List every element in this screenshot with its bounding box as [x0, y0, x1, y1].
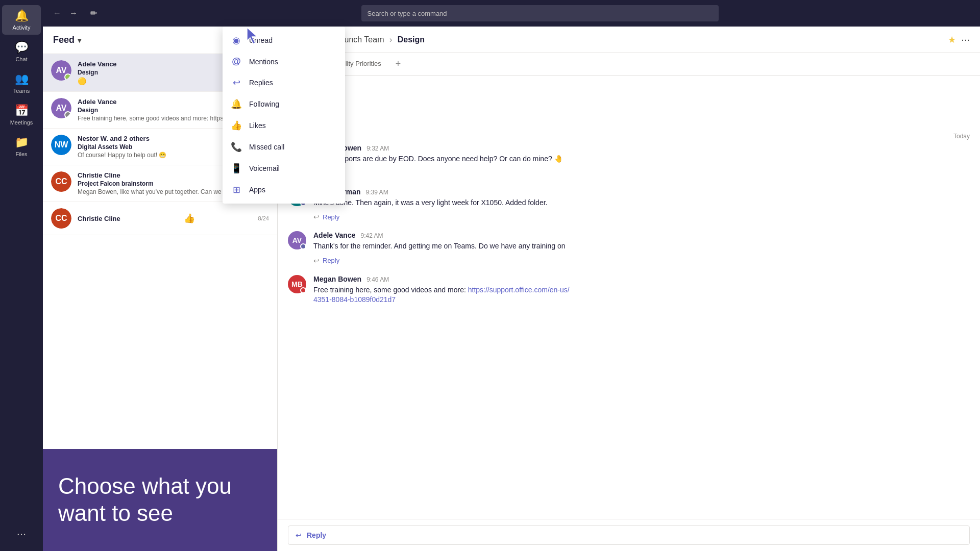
sidebar-item-meetings[interactable]: 📅 Meetings: [2, 100, 41, 130]
msg-time-2: 9:39 AM: [366, 189, 388, 196]
tab-add-button[interactable]: +: [391, 57, 405, 71]
content-row: Feed ▾ AV Adele Vance 2m ag Design 🟡: [43, 27, 980, 551]
sidebar-item-chat[interactable]: 💬 Chat: [2, 37, 41, 66]
overlay-banner: Choose what you want to see: [43, 449, 277, 551]
dropdown-item-apps[interactable]: ⊞ Apps: [223, 179, 345, 201]
msg-content-4: Megan Bowen 9:46 AM Free training here, …: [313, 275, 970, 305]
nav-files-label: Files: [15, 151, 27, 157]
feed-like-icon: 👍: [184, 213, 195, 224]
overlay-text: Choose what you want to see: [58, 473, 262, 527]
message-group-3: AV Adele Vance 9:42 AM Thank's for the r…: [288, 231, 970, 267]
apps-icon: ⊞: [231, 184, 242, 195]
dropdown-label-voicemail: Voicemail: [249, 164, 280, 172]
dropdown-label-missed-call: Missed call: [249, 143, 284, 151]
message-group-2: JS Joni Sherman 9:39 AM Mine's done. The…: [288, 188, 970, 223]
msg-header-4: Megan Bowen 9:46 AM: [313, 275, 970, 283]
dropdown-label-mentions: Mentions: [249, 58, 278, 66]
meetings-icon: 📅: [15, 104, 29, 117]
feed-name-5: Christie Cline: [78, 215, 120, 222]
msg-avatar-3: AV: [288, 231, 306, 249]
feed-chevron-icon[interactable]: ▾: [78, 36, 81, 44]
search-bar[interactable]: Search or type a command: [361, 5, 719, 21]
unread-icon: ◉: [231, 35, 242, 46]
feed-name-2: Adele Vance: [78, 98, 117, 106]
back-button[interactable]: ←: [51, 7, 63, 20]
msg-author-3: Adele Vance: [313, 231, 356, 239]
feed-panel: Feed ▾ AV Adele Vance 2m ag Design 🟡: [43, 27, 278, 551]
feed-avatar-img-5: CC: [51, 208, 71, 229]
mentions-icon: @: [231, 56, 242, 67]
msg-text-4: Free training here, some good videos and…: [313, 285, 970, 305]
message-group-1: MB Megan Bowen 9:32 AM Status Reports ar…: [288, 144, 970, 180]
breadcrumb-arrow: ›: [389, 35, 395, 44]
msg-text-1: Status Reports are due by EOD. Does anyo…: [313, 154, 970, 164]
reply-input[interactable]: ↩ Reply: [288, 525, 970, 545]
reply-input-label: Reply: [307, 531, 326, 539]
msg-time-4: 9:46 AM: [366, 276, 389, 283]
dropdown-label-following: Following: [249, 100, 279, 108]
feed-name-1: Adele Vance: [78, 60, 117, 68]
reply-label-3: Reply: [323, 257, 339, 264]
reply-button-2[interactable]: ↩ Reply: [313, 211, 339, 223]
channel-name: Design: [398, 35, 425, 44]
feed-name-4: Christie Cline: [78, 171, 120, 179]
dropdown-item-following[interactable]: 🔔 Following: [223, 93, 345, 115]
dropdown-item-replies[interactable]: ↩ Replies: [223, 72, 345, 93]
reply-label-2: Reply: [323, 213, 339, 221]
msg-link-4[interactable]: https://support.office.com/en-us/4351-80…: [313, 286, 570, 304]
feed-avatar-img-3: NW: [51, 135, 71, 155]
feed-item-5[interactable]: CC Christie Cline 👍 8/24: [43, 202, 277, 235]
feed-avatar-badge-2: [64, 111, 71, 118]
teams-icon: 👥: [15, 72, 29, 86]
reply-arrow-icon-2: ↩: [313, 213, 320, 221]
dropdown-menu: ◉ Unread @ Mentions ↩ Replies 🔔 Followin…: [223, 27, 345, 204]
following-icon: 🔔: [231, 98, 242, 110]
dropdown-item-likes[interactable]: 👍 Likes: [223, 115, 345, 136]
forward-button[interactable]: →: [67, 7, 80, 20]
msg-header-2: Joni Sherman 9:39 AM: [313, 188, 970, 196]
sidebar-item-activity[interactable]: 🔔 Activity: [2, 5, 41, 35]
feed-avatar-1: AV: [51, 60, 71, 81]
msg-text-3: Thank's for the reminder. And getting me…: [313, 241, 970, 252]
quoted-message: JJ: [288, 84, 970, 105]
nav-bar: 🔔 Activity 💬 Chat 👥 Teams 📅 Meetings 📁 F…: [0, 0, 43, 551]
msg-time-1: 9:32 AM: [366, 145, 389, 152]
more-options-icon[interactable]: ···: [961, 34, 970, 45]
reply-button-3[interactable]: ↩ Reply: [313, 255, 339, 267]
channel-header: X X1050 Launch Team › Design ★ ···: [278, 27, 980, 53]
msg-header-1: Megan Bowen 9:32 AM: [313, 144, 970, 152]
sidebar-item-files[interactable]: 📁 Files: [2, 132, 41, 161]
messages-area: JJ ↩ Reply Today MB Megan Bowen: [278, 76, 980, 519]
feed-avatar-badge-1: [64, 73, 71, 81]
nav-arrows: ← →: [51, 7, 80, 20]
msg-avatar-4: MB: [288, 275, 306, 293]
dropdown-item-unread[interactable]: ◉ Unread: [223, 30, 345, 51]
reply-arrow-icon-3: ↩: [313, 257, 320, 265]
voicemail-icon: 📱: [231, 163, 242, 174]
compose-button[interactable]: ✏: [86, 6, 102, 21]
message-group-4: MB Megan Bowen 9:46 AM Free training her…: [288, 275, 970, 305]
channel-tabs: Files Usability Priorities +: [278, 53, 980, 76]
sidebar-item-teams[interactable]: 👥 Teams: [2, 68, 41, 98]
channel-panel: X X1050 Launch Team › Design ★ ··· Files…: [278, 27, 980, 551]
reply-bar: ↩ Reply: [278, 519, 980, 551]
files-icon: 📁: [15, 136, 29, 149]
dropdown-item-missed-call[interactable]: 📞 Missed call: [223, 136, 345, 158]
msg-time-3: 9:42 AM: [361, 232, 383, 239]
dropdown-item-mentions[interactable]: @ Mentions: [223, 51, 345, 72]
dropdown-label-likes: Likes: [249, 121, 266, 130]
dropdown-item-voicemail[interactable]: 📱 Voicemail: [223, 158, 345, 179]
feed-avatar-4: CC: [51, 171, 71, 192]
msg-header-3: Adele Vance 9:42 AM: [313, 231, 970, 239]
feed-title: Feed: [53, 35, 75, 45]
feed-avatar-3: NW: [51, 135, 71, 155]
nav-teams-label: Teams: [13, 88, 30, 94]
star-icon[interactable]: ★: [948, 34, 956, 45]
msg-badge-3: [300, 243, 306, 249]
feed-avatar-img-4: CC: [51, 171, 71, 192]
msg-author-4: Megan Bowen: [313, 275, 361, 283]
feed-time-5: 8/24: [258, 215, 269, 221]
dropdown-label-unread: Unread: [249, 36, 273, 44]
nav-more-button[interactable]: ···: [17, 528, 26, 541]
main-container: ← → ✏ Search or type a command Feed ▾ AV: [43, 0, 980, 551]
